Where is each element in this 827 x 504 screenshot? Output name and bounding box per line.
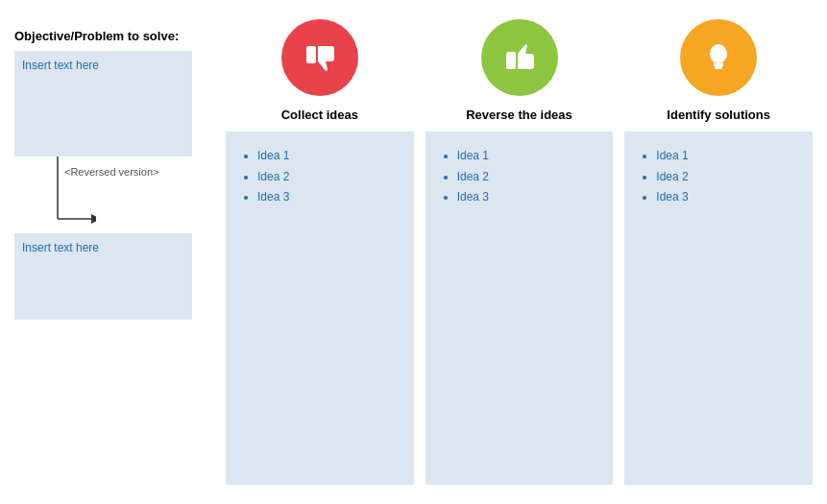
objective-label: Objective/Problem to solve:	[14, 29, 211, 43]
svg-rect-4	[506, 52, 516, 69]
reverse-title: Reverse the ideas	[466, 108, 572, 122]
identify-idea-box: Idea 1 Idea 2 Idea 3	[624, 132, 813, 485]
lightbulb-icon	[697, 36, 740, 79]
text-box-bottom[interactable]: Insert text here	[14, 233, 192, 320]
collect-column: Collect ideas Idea 1 Idea 2 Idea 3	[226, 19, 414, 485]
reverse-ideas-list: Idea 1 Idea 2 Idea 3	[440, 146, 599, 208]
list-item: Idea 2	[457, 167, 599, 188]
left-column: Objective/Problem to solve: Insert text …	[14, 19, 211, 485]
list-item: Idea 2	[257, 167, 400, 188]
collect-ideas-list: Idea 1 Idea 2 Idea 3	[240, 146, 400, 208]
svg-rect-6	[714, 63, 723, 66]
list-item: Idea 2	[656, 167, 798, 188]
collect-title: Collect ideas	[281, 108, 358, 122]
svg-rect-7	[715, 66, 722, 69]
columns-wrapper: Collect ideas Idea 1 Idea 2 Idea 3	[226, 19, 813, 485]
list-item: Idea 3	[457, 187, 599, 208]
identify-column: Identify solutions Idea 1 Idea 2 Idea 3	[624, 19, 813, 485]
reverse-idea-box: Idea 1 Idea 2 Idea 3	[426, 132, 614, 485]
right-section: Collect ideas Idea 1 Idea 2 Idea 3	[211, 19, 813, 485]
thumbs-up-icon	[499, 36, 541, 79]
identify-icon-circle	[680, 19, 757, 96]
svg-rect-3	[306, 46, 316, 63]
collect-icon-circle	[281, 19, 358, 96]
arrow-svg	[48, 156, 96, 228]
identify-title: Identify solutions	[667, 108, 770, 122]
list-item: Idea 3	[656, 187, 798, 208]
list-item: Idea 1	[257, 146, 400, 167]
reverse-column: Reverse the ideas Idea 1 Idea 2 Idea 3	[426, 19, 614, 485]
list-item: Idea 1	[457, 146, 599, 167]
svg-marker-2	[91, 214, 96, 224]
thumbs-down-icon	[299, 36, 341, 79]
text-box-top[interactable]: Insert text here	[14, 51, 192, 156]
reverse-icon-circle	[481, 19, 558, 96]
list-item: Idea 1	[656, 146, 798, 167]
arrow-container: <Reversed version>	[14, 156, 211, 233]
list-item: Idea 3	[257, 187, 400, 208]
identify-ideas-list: Idea 1 Idea 2 Idea 3	[639, 146, 798, 208]
collect-idea-box: Idea 1 Idea 2 Idea 3	[226, 132, 414, 485]
